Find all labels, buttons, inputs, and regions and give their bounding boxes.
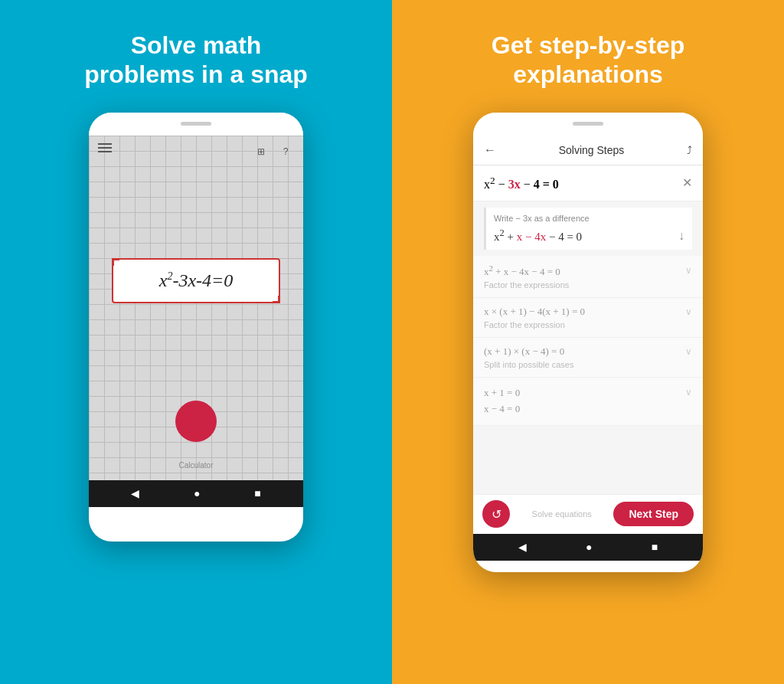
right-phone: ← Solving Steps ⤴ x2 − 3x − 4 = 0 ✕ Writ… <box>473 113 703 572</box>
chevron-4: ∨ <box>685 385 692 400</box>
next-step-button[interactable]: Next Step <box>613 502 694 526</box>
hamburger-icon[interactable] <box>98 143 112 160</box>
collapsed-eq-1: x2 + x − 4x − 4 = 0 ∨ <box>484 263 692 278</box>
left-phone: ⊞ ? x2-3x-4=0 Calculator ◀ <box>89 113 303 542</box>
right-phone-top-bar <box>473 113 703 136</box>
chevron-3: ∨ <box>685 346 692 358</box>
nav-back-icon[interactable]: ◀ <box>131 487 139 499</box>
back-button[interactable]: ← <box>484 143 496 157</box>
left-panel: Solve mathproblems in a snap x2 <box>0 0 392 684</box>
last-step-equations: x + 1 = 0 x − 4 = 0 ∨ <box>484 385 692 417</box>
calculator-label: Calculator <box>178 461 213 470</box>
right-nav-back-icon[interactable]: ◀ <box>518 541 527 553</box>
step-1-block: Write − 3x as a difference x2 + x − 4x −… <box>484 208 692 250</box>
captured-equation: x2-3x-4=0 <box>126 270 266 291</box>
screen-top-icons: ⊞ ? <box>89 143 303 160</box>
step-1-description: Write − 3x as a difference <box>494 214 684 223</box>
left-phone-nav-bar: ◀ ● ■ <box>89 480 303 507</box>
right-phone-nav-bar: ◀ ● ■ <box>473 534 703 561</box>
collapsed-eq-3: (x + 1) × (x − 4) = 0 ∨ <box>484 345 692 358</box>
solve-equations-label: Solve equations <box>532 509 592 519</box>
top-right-icons: ⊞ ? <box>253 143 294 160</box>
nav-home-icon[interactable]: ● <box>194 487 200 499</box>
collapsed-step-2[interactable]: x × (x + 1) − 4(x + 1) = 0 ∨ Factor the … <box>473 298 703 338</box>
bottom-action-bar: ↺ Solve equations Next Step <box>473 494 703 534</box>
collapsed-eq-2: x × (x + 1) − 4(x + 1) = 0 ∨ <box>484 306 692 318</box>
nav-recent-icon[interactable]: ■ <box>254 487 260 499</box>
phone-top-bar <box>89 113 303 136</box>
capture-button[interactable] <box>175 401 217 442</box>
right-nav-home-icon[interactable]: ● <box>586 541 592 553</box>
main-equation-row: x2 − 3x − 4 = 0 ✕ <box>473 165 703 201</box>
left-phone-screen: ⊞ ? x2-3x-4=0 Calculator <box>89 136 303 480</box>
step-1-equation: x2 + x − 4x − 4 = 0 ↓ <box>494 227 684 244</box>
chevron-2: ∨ <box>685 306 692 318</box>
phone-speaker <box>181 122 211 126</box>
main-equation-text: x2 − 3x − 4 = 0 <box>484 175 559 191</box>
right-nav-recent-icon[interactable]: ■ <box>652 541 658 553</box>
right-panel: Get step-by-stepexplanations ← Solving S… <box>392 0 784 684</box>
right-phone-screen: ← Solving Steps ⤴ x2 − 3x − 4 = 0 ✕ Writ… <box>473 136 703 534</box>
chevron-1: ∨ <box>685 265 692 277</box>
collapsed-label-2: Factor the expression <box>484 320 692 329</box>
replay-icon: ↺ <box>492 507 501 522</box>
share-button[interactable]: ⤴ <box>687 144 692 156</box>
gallery-icon[interactable]: ⊞ <box>253 143 270 160</box>
expand-arrow[interactable]: ↓ <box>678 229 684 243</box>
left-title: Solve mathproblems in a snap <box>54 31 338 90</box>
equation-capture-box: x2-3x-4=0 <box>112 258 280 303</box>
last-step-block: x + 1 = 0 x − 4 = 0 ∨ <box>473 378 703 426</box>
solving-steps-title: Solving Steps <box>559 144 625 156</box>
help-icon[interactable]: ? <box>277 143 294 160</box>
collapsed-step-1[interactable]: x2 + x − 4x − 4 = 0 ∨ Factor the express… <box>473 256 703 298</box>
collapsed-label-3: Split into possible cases <box>484 360 692 369</box>
right-phone-speaker <box>573 122 603 126</box>
close-button[interactable]: ✕ <box>682 175 692 190</box>
solving-header: ← Solving Steps ⤴ <box>473 136 703 165</box>
collapsed-label-1: Factor the expressions <box>484 280 692 290</box>
replay-button[interactable]: ↺ <box>482 500 510 528</box>
right-title: Get step-by-stepexplanations <box>461 31 715 90</box>
collapsed-step-3[interactable]: (x + 1) × (x − 4) = 0 ∨ Split into possi… <box>473 338 703 378</box>
